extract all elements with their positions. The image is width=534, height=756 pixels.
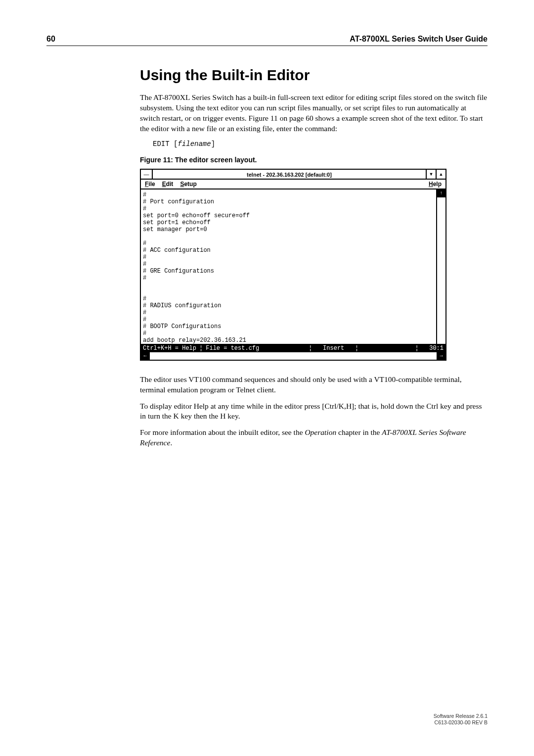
vt100-paragraph: The editor uses VT100 command sequences … (140, 375, 488, 395)
maximize-button[interactable]: ▲ (436, 170, 445, 179)
system-menu-icon[interactable]: — (141, 170, 153, 179)
section-title: Using the Built-in Editor (140, 67, 488, 84)
menu-help[interactable]: Help (429, 181, 442, 188)
status-sep-4: ¦ (415, 345, 429, 351)
editor-window: — telnet - 202.36.163.202 [default:0] ▼ … (140, 169, 446, 361)
intro-paragraph: The AT-8700XL Series Switch has a built-… (140, 93, 488, 134)
status-sep-2: ¦ (309, 345, 323, 351)
status-bar: Ctrl+K+H = Help ¦ File = test.cfg ¦ Inse… (141, 344, 445, 352)
status-sep-3: ¦ (344, 345, 358, 351)
para4-pre: For more information about the inbuilt e… (140, 428, 305, 436)
editor-body: # # Port configuration # set port=0 echo… (141, 189, 445, 344)
footer-part-number: C613-02030-00 REV B (434, 719, 488, 726)
page-number: 60 (46, 35, 55, 44)
status-file: File = test.cfg (206, 345, 259, 351)
editor-text-area[interactable]: # # Port configuration # set port=0 echo… (141, 189, 437, 344)
status-help: Ctrl+K+H = Help (143, 345, 196, 351)
figure-caption: Figure 11: The editor screen layout. (140, 156, 488, 164)
vertical-scrollbar[interactable]: ↑ (437, 189, 445, 344)
hscroll-track[interactable] (150, 352, 437, 360)
guide-title: AT-8700XL Series Switch User Guide (350, 35, 488, 44)
status-mode: Insert (323, 345, 344, 351)
scroll-left-icon[interactable]: ← (141, 352, 150, 360)
menu-file[interactable]: File (145, 181, 155, 188)
minimize-button[interactable]: ▼ (426, 170, 436, 179)
status-position: 30:1 (429, 345, 444, 351)
more-info-paragraph: For more information about the inbuilt e… (140, 427, 488, 448)
horizontal-scrollbar[interactable]: ← → (141, 352, 445, 360)
para4-end: . (170, 438, 172, 447)
status-sep-1: ¦ (196, 345, 206, 351)
page-header: 60 AT-8700XL Series Switch User Guide (46, 35, 488, 46)
scroll-right-icon[interactable]: → (437, 352, 445, 360)
edit-command: EDIT [filename] (153, 140, 488, 148)
command-prefix: EDIT [ (153, 140, 178, 148)
command-suffix: ] (211, 140, 215, 148)
window-buttons: ▼ ▲ (426, 170, 445, 179)
scroll-up-icon[interactable]: ↑ (437, 189, 445, 197)
para4-mid: chapter in the (336, 428, 382, 436)
window-title: telnet - 202.36.163.202 [default:0] (153, 170, 426, 179)
menu-setup[interactable]: Setup (180, 181, 196, 188)
menu-bar: File Edit Setup Help (141, 180, 445, 189)
page-footer: Software Release 2.6.1 C613-02030-00 REV… (434, 713, 488, 726)
main-content: Using the Built-in Editor The AT-8700XL … (140, 67, 488, 454)
help-paragraph: To display editor Help at any time while… (140, 401, 488, 422)
window-titlebar: — telnet - 202.36.163.202 [default:0] ▼ … (141, 170, 445, 180)
footer-release: Software Release 2.6.1 (434, 713, 488, 720)
menu-edit[interactable]: Edit (162, 181, 174, 188)
command-filename: filename (178, 140, 211, 148)
para4-ital1: Operation (305, 428, 336, 436)
